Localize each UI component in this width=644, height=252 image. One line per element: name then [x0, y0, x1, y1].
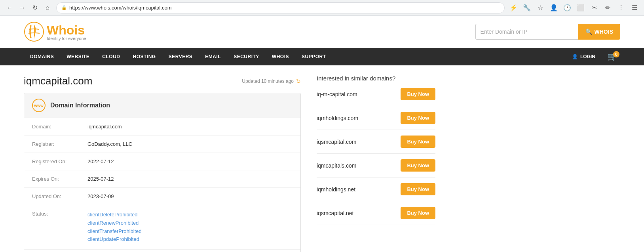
similar-domain-1: iqmholdings.com Buy Now	[317, 106, 435, 130]
logo-area[interactable]: Whois Identity for everyone	[24, 21, 86, 42]
user-icon: 👤	[572, 54, 578, 59]
tab-button[interactable]: ⬜	[575, 2, 586, 13]
home-button[interactable]: ⌂	[42, 2, 53, 13]
bolt-button[interactable]: ⚡	[508, 2, 519, 13]
site-header: Whois Identity for everyone 🔍 WHOIS	[0, 16, 644, 48]
browser-chrome: ← → ↻ ⌂ 🔒 https://www.whois.com/whois/iq…	[0, 0, 644, 16]
card-header: www Domain Information	[24, 93, 300, 118]
info-row-expires: Expires On: 2025-07-12	[24, 170, 300, 188]
buy-now-button-1[interactable]: Buy Now	[401, 112, 435, 124]
menu-button[interactable]: ☰	[629, 2, 640, 13]
url-text: https://www.whois.com/whois/iqmcapital.c…	[69, 5, 172, 11]
nav-right: 👤 LOGIN 🛒 0	[568, 48, 620, 65]
search-icon: 🔍	[585, 29, 592, 35]
login-label: LOGIN	[580, 54, 595, 59]
status-label: Status:	[32, 211, 87, 217]
domain-title-row: iqmcapital.com Updated 10 minutes ago ↻	[24, 75, 301, 87]
nav-item-website[interactable]: WEBSITE	[60, 48, 96, 65]
logo-text-area: Whois Identity for everyone	[47, 23, 86, 41]
similar-domain-3: iqmcapitals.com Buy Now	[317, 154, 435, 178]
browser-actions: ⚡ 🔧 ☆ 👤 🕐 ⬜ ✂ ✏ ⋮ ☰	[508, 2, 640, 13]
reload-button[interactable]: ↻	[29, 2, 40, 13]
status-item-1[interactable]: clientRenewProhibited	[87, 219, 142, 227]
status-item-2[interactable]: clientTransferProhibited	[87, 227, 142, 236]
nav-item-security[interactable]: SECURITY	[227, 48, 266, 65]
similar-domain-name-5: iqsmcapital.net	[317, 210, 353, 216]
status-item-0[interactable]: clientDeleteProhibited	[87, 211, 142, 219]
main-content: iqmcapital.com Updated 10 minutes ago ↻ …	[0, 65, 644, 252]
search-area: 🔍 WHOIS	[475, 24, 620, 40]
updated-info: Updated 10 minutes ago ↻	[242, 78, 301, 84]
similar-domain-2: iqsmcapital.com Buy Now	[317, 130, 435, 154]
nav-item-support[interactable]: SUPPORT	[295, 48, 332, 65]
domain-title-text: iqmcapital.com	[24, 75, 92, 87]
address-bar[interactable]: 🔒 https://www.whois.com/whois/iqmcapital…	[56, 2, 505, 13]
similar-domain-name-4: iqmholdings.net	[317, 186, 355, 193]
similar-domain-name-2: iqsmcapital.com	[317, 139, 356, 145]
right-panel: Interested in similar domains? iq-m-capi…	[317, 75, 435, 252]
www-icon: www	[32, 99, 46, 112]
domain-search-input[interactable]	[475, 24, 578, 40]
registrar-label: Registrar:	[32, 141, 87, 147]
dots-button[interactable]: ⋮	[616, 2, 627, 13]
buy-now-button-3[interactable]: Buy Now	[401, 159, 435, 172]
buy-now-button-0[interactable]: Buy Now	[401, 88, 435, 100]
domain-value: iqmcapital.com	[87, 124, 122, 130]
bookmark-button[interactable]: ☆	[535, 2, 546, 13]
card-body: Domain: iqmcapital.com Registrar: GoDadd…	[24, 118, 300, 252]
nav-item-servers[interactable]: SERVERS	[162, 48, 199, 65]
buy-now-button-5[interactable]: Buy Now	[401, 207, 435, 219]
whois-search-button[interactable]: 🔍 WHOIS	[578, 24, 620, 40]
similar-domain-0: iq-m-capital.com Buy Now	[317, 88, 435, 106]
forward-button[interactable]: →	[17, 2, 28, 13]
info-row-nameservers: Name Servers: malcolm.ns.cloudflare.com …	[24, 250, 300, 252]
info-row-domain: Domain: iqmcapital.com	[24, 118, 300, 136]
nav-item-domains[interactable]: DOMAINS	[24, 48, 60, 65]
nav-item-hosting[interactable]: HOSTING	[127, 48, 162, 65]
buy-now-button-2[interactable]: Buy Now	[401, 136, 435, 148]
buy-now-button-4[interactable]: Buy Now	[401, 183, 435, 195]
nav-item-whois[interactable]: WHOIS	[266, 48, 295, 65]
extensions-button[interactable]: 🔧	[521, 2, 532, 13]
refresh-icon[interactable]: ↻	[296, 78, 301, 84]
nav-item-cloud[interactable]: CLOUD	[96, 48, 126, 65]
status-list: clientDeleteProhibited clientRenewProhib…	[87, 211, 142, 244]
scissors-button[interactable]: ✂	[589, 2, 600, 13]
lock-icon: 🔒	[61, 5, 67, 10]
back-button[interactable]: ←	[4, 2, 15, 13]
updated-text: Updated 10 minutes ago	[242, 78, 294, 84]
logo-wordmark: Whois	[47, 23, 85, 37]
main-nav: DOMAINS WEBSITE CLOUD HOSTING SERVERS EM…	[0, 48, 644, 65]
similar-domain-5: iqsmcapital.net Buy Now	[317, 201, 435, 225]
registrar-value: GoDaddy.com, LLC	[87, 141, 132, 147]
nav-items: DOMAINS WEBSITE CLOUD HOSTING SERVERS EM…	[24, 48, 568, 65]
domain-info-card: www Domain Information Domain: iqmcapita…	[24, 93, 301, 252]
profile-button[interactable]: 👤	[548, 2, 559, 13]
domain-label: Domain:	[32, 124, 87, 130]
browser-nav-buttons: ← → ↻ ⌂	[4, 2, 53, 13]
registered-label: Registered On:	[32, 158, 87, 164]
cart-button[interactable]: 🛒 0	[604, 48, 620, 65]
info-row-status: Status: clientDeleteProhibited clientRen…	[24, 205, 300, 250]
similar-domain-4: iqmholdings.net Buy Now	[317, 178, 435, 201]
left-panel: iqmcapital.com Updated 10 minutes ago ↻ …	[24, 75, 301, 252]
card-header-title: Domain Information	[50, 102, 110, 109]
login-button[interactable]: 👤 LOGIN	[568, 48, 599, 65]
search-btn-label: WHOIS	[595, 29, 613, 35]
nav-item-email[interactable]: EMAIL	[199, 48, 227, 65]
logo-icon	[24, 21, 44, 42]
expires-label: Expires On:	[32, 176, 87, 182]
updated-label: Updated On:	[32, 193, 87, 199]
status-item-3[interactable]: clientUpdateProhibited	[87, 235, 142, 244]
updated-value: 2023-07-09	[87, 193, 114, 199]
info-row-registered: Registered On: 2022-07-12	[24, 153, 300, 170]
info-row-updated: Updated On: 2023-07-09	[24, 188, 300, 205]
edit-button[interactable]: ✏	[602, 2, 613, 13]
registered-value: 2022-07-12	[87, 158, 114, 164]
similar-domain-name-0: iq-m-capital.com	[317, 91, 357, 97]
clock-button[interactable]: 🕐	[562, 2, 573, 13]
expires-value: 2025-07-12	[87, 176, 114, 182]
similar-domain-name-3: iqmcapitals.com	[317, 162, 356, 169]
similar-domain-name-1: iqmholdings.com	[317, 115, 358, 121]
info-row-registrar: Registrar: GoDaddy.com, LLC	[24, 136, 300, 153]
